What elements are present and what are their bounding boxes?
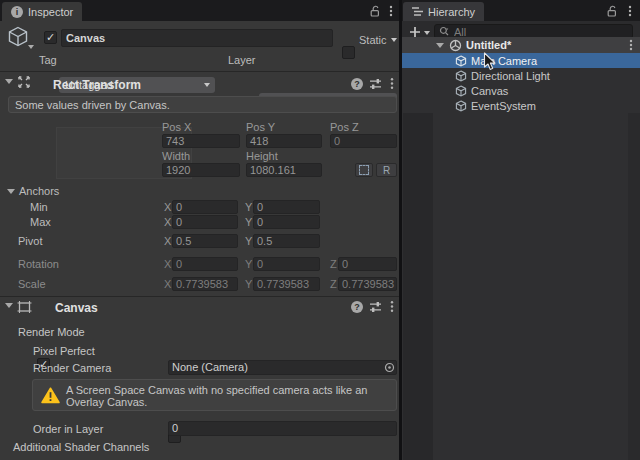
gameobject-name-field[interactable] xyxy=(61,29,333,47)
pos-y-label: Pos Y xyxy=(246,121,275,133)
object-picker-icon[interactable] xyxy=(384,362,395,373)
height-label: Height xyxy=(246,150,278,162)
hierarchy-right-edge xyxy=(628,113,640,460)
canvas-warning-box: A Screen Space Canvas with no specified … xyxy=(32,379,397,411)
rotation-z-field[interactable]: 0 xyxy=(338,257,397,271)
axis-x-label: X xyxy=(164,235,171,247)
pos-y-value: 418 xyxy=(250,135,268,147)
max-x-value: 0 xyxy=(176,216,182,228)
gameobject-icon xyxy=(455,100,467,112)
layer-label: Layer xyxy=(228,54,256,66)
static-dropdown-arrow[interactable] xyxy=(391,38,397,42)
anchors-max-label: Max xyxy=(30,216,51,228)
pos-z-value: 0 xyxy=(334,135,340,147)
gameobject-icon xyxy=(455,70,467,82)
rect-transform-foldout[interactable] xyxy=(5,79,13,84)
static-label: Static xyxy=(359,34,387,46)
pivot-y-value: 0.5 xyxy=(257,235,272,247)
hierarchy-tab-bar: Hierarchy xyxy=(402,0,640,21)
axis-x-label: X xyxy=(164,216,171,228)
width-field[interactable]: 1920 xyxy=(162,163,240,177)
anchors-max-y-field[interactable]: 0 xyxy=(253,215,320,229)
scale-y-field[interactable]: 0.7739583 xyxy=(253,277,320,291)
render-mode-label: Render Mode xyxy=(18,326,85,338)
order-in-layer-label: Order in Layer xyxy=(33,423,103,435)
static-checkbox[interactable] xyxy=(342,46,355,59)
canvas-presets-icon[interactable] xyxy=(369,301,382,313)
tab-hierarchy[interactable]: Hierarchy xyxy=(403,2,484,21)
raw-edit-button[interactable]: R xyxy=(376,163,397,177)
anchors-foldout[interactable] xyxy=(7,189,15,194)
rect-transform-help-icon[interactable]: ? xyxy=(351,78,363,90)
order-in-layer-field[interactable]: 0 xyxy=(168,421,397,436)
pos-y-field[interactable]: 418 xyxy=(246,134,322,148)
tab-inspector[interactable]: i Inspector xyxy=(2,2,82,21)
height-field[interactable]: 1080.161 xyxy=(246,163,322,177)
pivot-x-value: 0.5 xyxy=(176,235,191,247)
anchors-max-x-field[interactable]: 0 xyxy=(172,215,238,229)
scale-x-field[interactable]: 0.7739583 xyxy=(172,277,238,291)
render-camera-value: None (Camera) xyxy=(172,361,248,373)
pivot-y-field[interactable]: 0.5 xyxy=(253,234,320,248)
hierarchy-menu-kebab-icon[interactable] xyxy=(628,5,632,17)
axis-y-label: Y xyxy=(245,216,252,228)
inspector-menu-kebab-icon[interactable] xyxy=(389,5,393,17)
hierarchy-item-eventsystem[interactable]: EventSystem xyxy=(402,98,640,113)
gameobject-icon-dropdown-arrow[interactable] xyxy=(28,45,34,49)
inspector-tab-bar: i Inspector xyxy=(0,0,399,21)
rotation-x-field[interactable]: 0 xyxy=(172,257,238,271)
blueprint-mode-button[interactable] xyxy=(355,163,373,177)
pos-x-value: 743 xyxy=(166,135,184,147)
rotation-y-field[interactable]: 0 xyxy=(253,257,320,271)
rotation-y-value: 0 xyxy=(257,258,263,270)
create-dropdown-arrow[interactable] xyxy=(424,31,430,35)
scale-z-field[interactable]: 0.7739583 xyxy=(338,277,397,291)
axis-y-label: Y xyxy=(245,258,252,270)
scale-z-value: 0.7739583 xyxy=(342,278,394,290)
tag-label: Tag xyxy=(39,54,57,66)
canvas-kebab-icon[interactable] xyxy=(390,300,394,313)
search-input[interactable] xyxy=(454,26,604,38)
inspector-tab-label: Inspector xyxy=(28,6,73,18)
additional-shader-channels-label: Additional Shader Channels xyxy=(13,441,149,453)
canvas-help-icon[interactable]: ? xyxy=(351,301,363,313)
scene-row-untitled[interactable]: Untitled* xyxy=(402,37,640,53)
driven-notice-text: Some values driven by Canvas. xyxy=(15,99,170,111)
render-camera-object-field[interactable]: None (Camera) xyxy=(168,360,397,375)
rotation-x-value: 0 xyxy=(176,258,182,270)
pivot-x-field[interactable]: 0.5 xyxy=(172,234,238,248)
item-label: Main Camera xyxy=(471,55,537,67)
rect-transform-kebab-icon[interactable] xyxy=(390,77,394,90)
hierarchy-left-gutter xyxy=(403,113,433,460)
anchors-label: Anchors xyxy=(19,185,59,197)
min-x-value: 0 xyxy=(176,201,182,213)
pos-x-label: Pos X xyxy=(162,121,191,133)
scene-kebab-icon[interactable] xyxy=(629,39,633,51)
hierarchy-item-canvas[interactable]: Canvas xyxy=(402,83,640,98)
lock-icon[interactable] xyxy=(370,5,381,17)
canvas-component-icon xyxy=(17,300,32,314)
scale-x-value: 0.7739583 xyxy=(176,278,228,290)
canvas-component-title: Canvas xyxy=(55,301,98,315)
pos-z-field[interactable]: 0 xyxy=(330,134,397,148)
item-label: Canvas xyxy=(471,85,508,97)
gameobject-icon xyxy=(455,85,467,97)
rect-transform-presets-icon[interactable] xyxy=(369,78,382,90)
anchors-min-y-field[interactable]: 0 xyxy=(253,200,320,214)
axis-y-label: Y xyxy=(245,201,252,213)
canvas-foldout[interactable] xyxy=(5,303,13,308)
axis-x-label: X xyxy=(164,258,171,270)
scene-name: Untitled* xyxy=(466,39,511,51)
pos-x-field[interactable]: 743 xyxy=(162,134,240,148)
hierarchy-lock-icon[interactable] xyxy=(607,5,618,17)
gameobject-name-input[interactable] xyxy=(66,32,328,44)
mouse-cursor xyxy=(483,52,497,72)
gameobject-active-checkbox[interactable] xyxy=(44,31,57,44)
pos-z-label: Pos Z xyxy=(330,121,359,133)
separator xyxy=(0,296,399,297)
gameobject-cube-icon[interactable] xyxy=(7,26,29,48)
anchors-min-x-field[interactable]: 0 xyxy=(172,200,238,214)
hierarchy-item-main-camera[interactable]: Main Camera xyxy=(402,53,640,68)
scene-foldout[interactable] xyxy=(436,43,444,48)
hierarchy-item-directional-light[interactable]: Directional Light xyxy=(402,68,640,83)
